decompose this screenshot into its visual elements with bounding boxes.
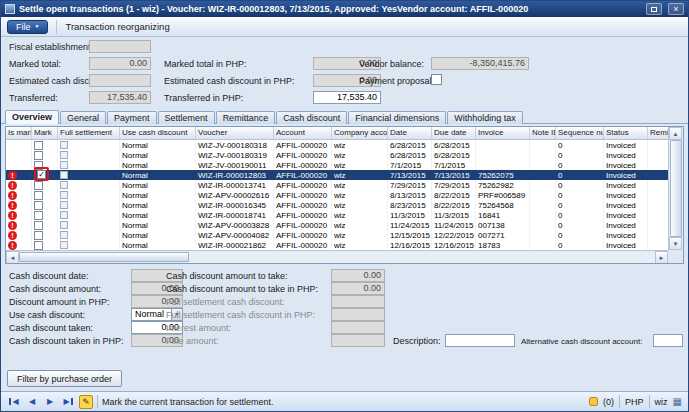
tab-general[interactable]: General [60,111,106,124]
full-settlement-checkbox[interactable] [60,211,68,219]
column-header-mark[interactable]: Mark [32,127,58,139]
mark-checkbox[interactable] [34,191,43,200]
sequence-number-cell: 0 [556,140,604,150]
payment-proposal-checkbox[interactable] [431,74,442,85]
column-header-full-settlement[interactable]: Full settlement [58,127,120,139]
vertical-scrollbar[interactable]: ▲ ▼ [668,127,683,250]
grid-row[interactable]: !NormalWIZ-IR-000013741AFFIL-000020wiz7/… [6,180,668,190]
mark-checkbox[interactable] [34,231,43,240]
full-settlement-checkbox[interactable] [60,241,68,249]
scroll-up-icon[interactable]: ▲ [669,127,682,140]
grid-row[interactable]: !NormalWIZ-IR-000018741AFFIL-000020wiz11… [6,210,668,220]
grid-view-icon[interactable]: ▦ [673,397,682,407]
column-header-note-id[interactable]: Note ID [530,127,556,139]
full-settlement-cash-discount-label: Full settlement cash discount: [166,297,285,307]
column-header-account[interactable]: Account [274,127,332,139]
next-record-button[interactable]: ▶ [43,395,57,409]
company-indicator[interactable]: wiz [655,397,668,407]
remittance-cell [648,170,668,180]
file-menu-button[interactable]: File ▼ [7,20,48,34]
mark-checkbox[interactable] [34,211,43,220]
restore-button[interactable] [646,3,662,15]
last-record-button[interactable]: ▶ [61,395,75,409]
note-id-cell [530,160,556,170]
status-cell: Invoiced [604,140,648,150]
column-header-is-marked[interactable]: Is marked [6,127,32,139]
horizontal-scrollbar[interactable]: ◄ ► [6,250,668,263]
tab-financial-dimensions[interactable]: Financial dimensions [348,111,446,124]
cash-discount-amount-to-take-php-field: 0.00 [331,282,385,295]
grid-row[interactable]: !NormalWIZ-IR-000021862AFFIL-000020wiz12… [6,240,668,250]
mark-checkbox[interactable] [34,151,43,160]
edit-record-icon[interactable]: ✎ [79,395,93,409]
column-header-date[interactable]: Date [388,127,432,139]
grid-row[interactable]: !NormalWIZ-APV-00002616AFFIL-000020wiz8/… [6,190,668,200]
status-cell: Invoiced [604,160,648,170]
transaction-reorganizing-button[interactable]: Transaction reorganizing [65,21,169,32]
mark-checkbox[interactable] [34,241,43,250]
full-settlement-checkbox[interactable] [60,221,68,229]
scroll-down-icon[interactable]: ▼ [669,237,682,250]
full-settlement-checkbox[interactable] [60,181,68,189]
grid-row[interactable]: NormalWIZ-JV-000180319AFFIL-000020wiz6/2… [6,150,668,160]
column-header-status[interactable]: Status [604,127,648,139]
full-settlement-checkbox[interactable] [60,171,68,179]
mark-checkbox[interactable] [34,201,43,210]
grid-row[interactable]: NormalWIZ-JV-000180318AFFIL-000020wiz6/2… [6,140,668,150]
mark-checkbox[interactable] [34,181,43,190]
scroll-left-icon[interactable]: ◄ [6,251,19,264]
grid-row[interactable]: !NormalWIZ-APV-00003828AFFIL-000020wiz11… [6,220,668,230]
note-id-cell [530,170,556,180]
mark-checkbox[interactable] [34,221,43,230]
tab-overview[interactable]: Overview [5,110,59,124]
column-header-invoice[interactable]: Invoice [476,127,530,139]
full-settlement-checkbox[interactable] [60,201,68,209]
grid-row[interactable]: !NormalWIZ-APV-00004082AFFIL-000020wiz12… [6,230,668,240]
grid-row[interactable]: NormalWIZ-JV-000190011AFFIL-000020wiz7/1… [6,160,668,170]
filter-by-purchase-order-button[interactable]: Filter by purchase order [7,370,122,387]
grid-row[interactable]: !✓NormalWIZ-IR-000012803AFFIL-000020wiz7… [6,170,668,180]
close-button[interactable]: × [668,3,684,15]
currency-indicator[interactable]: PHP [625,397,644,407]
column-header-use-cash-discount[interactable]: Use cash discount [120,127,196,139]
sequence-number-cell: 0 [556,240,604,250]
description-field[interactable] [445,334,515,347]
column-header-due-date[interactable]: Due date [432,127,476,139]
use-cash-discount-label: Use cash discount: [9,310,85,320]
mark-checkbox[interactable]: ✓ [37,170,46,179]
mark-cell [32,210,58,220]
date-cell: 12/15/2015 [388,230,432,240]
grid-row[interactable]: !NormalWIZ-IR-000016345AFFIL-000020wiz8/… [6,200,668,210]
title-bar[interactable]: Settle open transactions (1 - wiz) - Vou… [1,1,688,17]
notification-icon[interactable] [589,397,598,406]
mark-checkbox[interactable] [34,141,43,150]
full-settlement-checkbox[interactable] [60,231,68,239]
vertical-scroll-thumb[interactable] [670,140,682,237]
full-settlement-checkbox[interactable] [60,161,68,169]
column-header-voucher[interactable]: Voucher [196,127,274,139]
column-header-remittance[interactable]: Remittance [648,127,668,139]
transferred-php-field[interactable]: 17,535.40 [313,91,381,104]
full-settlement-cell [58,190,120,200]
tab-withholding-tax[interactable]: Withholding tax [447,111,523,124]
note-id-cell [530,200,556,210]
scroll-right-icon[interactable]: ► [655,251,668,264]
column-header-company-accounts[interactable]: Company accounts [332,127,388,139]
full-settlement-checkbox[interactable] [60,141,68,149]
chevron-down-icon: ▼ [35,24,40,29]
tab-cash-discount[interactable]: Cash discount [276,111,347,124]
is-marked-cell: ! [6,180,32,190]
vendor-balance-field: -8,350,415.76 [431,57,529,70]
tab-settlement[interactable]: Settlement [158,111,215,124]
first-record-button[interactable]: ◀ [7,395,21,409]
full-settlement-checkbox[interactable] [60,151,68,159]
alternative-cash-discount-account-field[interactable] [653,334,683,347]
sequence-number-cell: 0 [556,150,604,160]
notification-count[interactable]: (0) [603,397,614,407]
tab-payment[interactable]: Payment [107,111,157,124]
previous-record-button[interactable]: ◀ [25,395,39,409]
tab-remittance[interactable]: Remittance [216,111,276,124]
column-header-sequence-number[interactable]: Sequence number [556,127,604,139]
horizontal-scroll-thumb[interactable] [19,252,189,262]
full-settlement-checkbox[interactable] [60,191,68,199]
